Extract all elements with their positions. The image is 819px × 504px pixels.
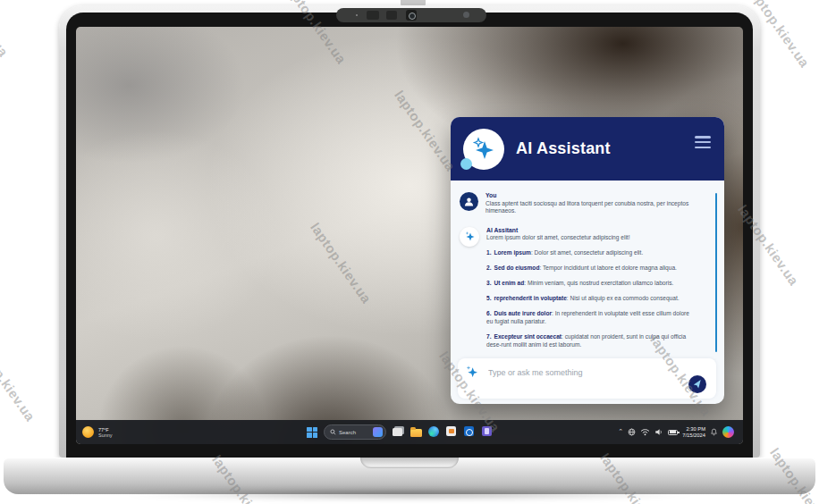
weather-widget[interactable]: 77°F Sunny xyxy=(82,420,113,444)
taskbar-search[interactable]: Search xyxy=(324,424,386,440)
outlook-icon[interactable] xyxy=(464,426,476,438)
ai-assistant-header: AI Assistant xyxy=(451,117,724,181)
assistant-message: AI Assitant Lorem ipsum dolor sit amet, … xyxy=(460,227,703,357)
assistant-avatar-icon xyxy=(460,227,479,247)
list-item: 6.Duis aute irure dolor: In reprehenderi… xyxy=(486,310,690,325)
weather-condition: Sunny xyxy=(98,433,113,438)
list-item: 1.Lorem ipsum: Dolor sit amet, consectet… xyxy=(486,249,690,257)
laptop-mockup: AI Assistant You Class a xyxy=(0,0,819,504)
windows-start-button[interactable] xyxy=(307,427,317,438)
task-view-icon[interactable] xyxy=(393,426,404,438)
camera-led-icon xyxy=(463,12,469,18)
watermark: laptop.kiev.ua xyxy=(0,338,38,424)
chat-scrollbar[interactable] xyxy=(715,193,717,352)
ai-assistant-window: AI Assistant You Class a xyxy=(451,117,724,404)
list-item: 5.reprehenderit in voluptate: Nisi ut al… xyxy=(486,295,690,303)
tray-clock[interactable]: 2:30 PM 7/15/2024 xyxy=(682,426,705,438)
hamburger-menu-icon[interactable] xyxy=(695,136,711,151)
user-message-text: Class aptent taciti sociosqu ad litora t… xyxy=(485,200,689,215)
teams-icon[interactable] xyxy=(482,426,494,438)
laptop-shadow xyxy=(25,489,794,500)
search-icon xyxy=(330,429,336,435)
list-item: 7.Excepteur sint occaecat: cupidatat non… xyxy=(486,333,690,349)
user-avatar-icon xyxy=(460,192,478,211)
wifi-icon[interactable] xyxy=(640,428,650,436)
window-title: AI Assistant xyxy=(516,139,611,158)
search-placeholder: Search xyxy=(339,430,370,435)
taskbar: 77°F Sunny Search xyxy=(76,420,743,444)
logo-accent-dot xyxy=(460,158,472,170)
list-item: 2.Sed do eiusmod: Tempor incididunt ut l… xyxy=(486,265,690,273)
notification-bell-icon[interactable] xyxy=(710,428,718,436)
battery-icon[interactable] xyxy=(668,430,678,435)
clock-date: 7/15/2024 xyxy=(682,433,705,439)
assistant-message-intro: Lorem ipsum dolor sit amet, consectetur … xyxy=(486,234,690,242)
speaker-icon[interactable] xyxy=(654,428,663,436)
watermark: laptop.kiev.ua xyxy=(0,0,12,60)
system-tray: ⌃ 2:30 PM 7/15/2024 xyxy=(618,420,734,444)
file-explorer-icon[interactable] xyxy=(410,426,422,438)
chat-input[interactable] xyxy=(488,365,667,380)
send-button[interactable] xyxy=(688,375,706,393)
network-globe-icon[interactable] xyxy=(628,428,636,436)
lid-lift-notch xyxy=(360,458,459,468)
camera-lens-icon xyxy=(406,10,417,21)
webcam-module xyxy=(336,8,486,22)
sensor-icon xyxy=(386,11,397,20)
list-item: 3.Ut enim ad: Minim veniam, quis nostrud… xyxy=(486,280,690,288)
ai-assistant-logo xyxy=(463,129,504,170)
tray-chevron-up-icon[interactable]: ⌃ xyxy=(618,428,623,435)
user-message-sender: You xyxy=(485,192,689,200)
sensor-icon xyxy=(367,11,379,20)
assistant-message-sender: AI Assitant xyxy=(486,227,690,235)
sun-icon xyxy=(82,426,94,438)
search-highlight-icon xyxy=(373,427,383,437)
microsoft-store-icon[interactable] xyxy=(446,426,458,438)
input-sparkle-icon xyxy=(463,363,481,384)
copilot-icon[interactable] xyxy=(722,426,734,438)
edge-browser-icon[interactable] xyxy=(428,426,440,438)
assistant-list: 1.Lorem ipsum: Dolor sit amet, consectet… xyxy=(486,249,690,349)
chat-input-bar xyxy=(458,358,716,399)
user-message: You Class aptent taciti sociosqu ad lito… xyxy=(460,192,703,215)
microphone-dot-icon xyxy=(356,14,358,16)
desktop-screen: AI Assistant You Class a xyxy=(76,27,743,444)
